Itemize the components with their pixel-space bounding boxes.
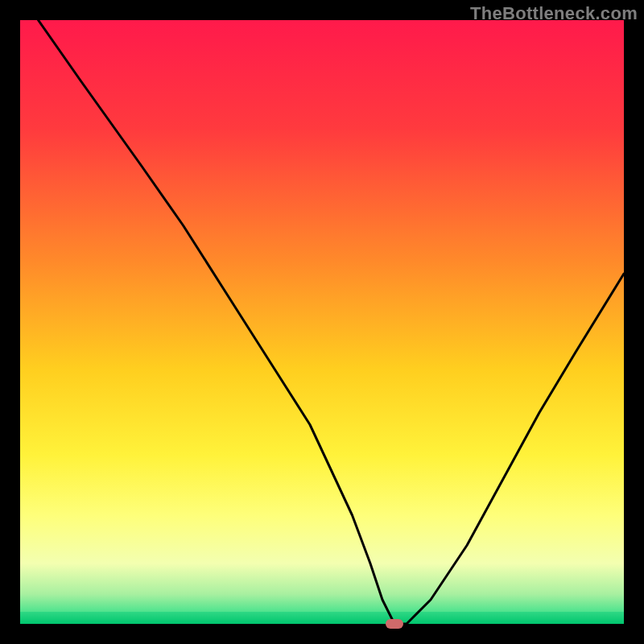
outer-frame: TheBottleneck.com [0,0,644,644]
optimal-marker [386,619,403,629]
bottleneck-curve [20,20,624,624]
plot-area [20,20,624,624]
